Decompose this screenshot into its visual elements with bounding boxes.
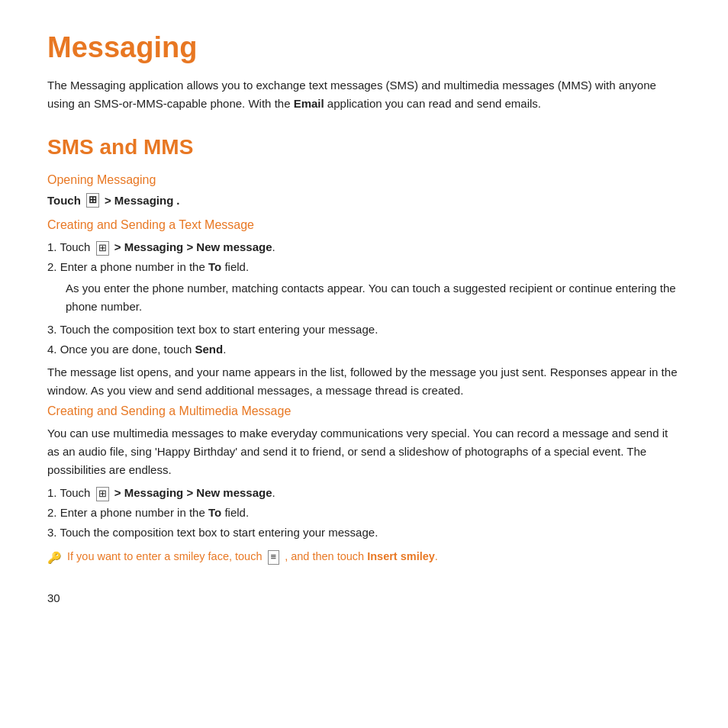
tip-prefix: If you want to enter a smiley face, touc… [67,550,263,562]
text-step2-indent: As you enter the phone number, matching … [66,279,681,316]
tip-text-content: If you want to enter a smiley face, touc… [67,548,438,565]
text-message-block: Creating and Sending a Text Message 1. T… [47,218,681,400]
text-step4-end: . [223,343,226,356]
intro-text-end: application you can read and send emails… [324,97,541,110]
grid-icon-step1: ⊞ [96,241,109,256]
mms-step1-prefix: 1. Touch [47,486,90,499]
mms-step2-prefix: 2. Enter a phone number in the [47,506,205,519]
text-step2-content: 2. Enter a phone number in the To field. [47,258,681,276]
opening-touch-label: Touch [47,194,81,207]
tip-end: . [435,550,438,562]
subsection-title-text-message: Creating and Sending a Text Message [47,218,681,232]
page-title: Messaging [47,31,681,66]
opening-messaging-block: Opening Messaging Touch ⊞ > Messaging. [47,173,681,208]
intro-paragraph: The Messaging application allows you to … [47,76,681,113]
text-step1: 1. Touch ⊞ > Messaging > New message. [47,238,681,256]
mms-step2-end: field. [224,506,249,519]
opening-touch-line: Touch ⊞ > Messaging. [47,193,681,208]
text-result: The message list opens, and your name ap… [47,363,681,400]
tip-bold: Insert smiley [367,550,435,562]
text-step3: 3. Touch the composition text box to sta… [47,321,681,339]
opening-touch-cmd: > Messaging [105,194,173,207]
mms-step1-period: . [272,486,275,499]
text-step4: 4. Once you are done, touch Send. [47,340,681,359]
text-step2: 2. Enter a phone number in the To field. [47,258,681,276]
opening-period: . [176,194,179,207]
mms-step2-bold: To [208,506,221,519]
text-step4-prefix: 4. Once you are done, touch [47,343,192,356]
sms-mms-section: SMS and MMS Opening Messaging Touch ⊞ > … [47,134,681,567]
text-step1-period: . [272,240,275,253]
text-step1-cmd: > Messaging > New message [114,240,272,253]
mms-intro: You can use multimedia messages to make … [47,424,681,479]
subsection-title-opening: Opening Messaging [47,173,681,187]
multimedia-message-block: Creating and Sending a Multimedia Messag… [47,404,681,567]
mms-step1-cmd: > Messaging > New message [114,486,272,499]
page-number: 30 [47,591,681,604]
text-step2-prefix: 2. Enter a phone number in the [47,260,205,273]
subsection-title-multimedia: Creating and Sending a Multimedia Messag… [47,404,681,418]
mms-step2-content: 2. Enter a phone number in the To field. [47,504,681,522]
mms-step2: 2. Enter a phone number in the To field. [47,504,681,522]
mms-step3-content: 3. Touch the composition text box to sta… [47,523,681,542]
text-step4-content: 4. Once you are done, touch Send. [47,340,681,359]
tip-block: 🔑 If you want to enter a smiley face, to… [47,548,681,567]
tip-suffix: , and then touch [285,550,364,562]
grid-icon-opening: ⊞ [86,193,99,208]
text-step2-end: field. [224,260,249,273]
grid-icon-mms1: ⊞ [96,487,109,501]
text-step4-bold: Send [195,343,223,356]
text-step2-bold: To [208,260,221,273]
section-title-sms-mms: SMS and MMS [47,134,681,160]
mms-step1: 1. Touch ⊞ > Messaging > New message. [47,484,681,502]
text-step3-content: 3. Touch the composition text box to sta… [47,321,681,339]
tip-icon: 🔑 [47,549,67,567]
intro-bold: Email [294,97,324,110]
text-step1-content: 1. Touch ⊞ > Messaging > New message. [47,238,681,256]
text-step1-prefix: 1. Touch [47,240,90,253]
mms-step3: 3. Touch the composition text box to sta… [47,523,681,542]
menu-icon-tip: ≡ [268,550,280,565]
mms-step1-content: 1. Touch ⊞ > Messaging > New message. [47,484,681,502]
